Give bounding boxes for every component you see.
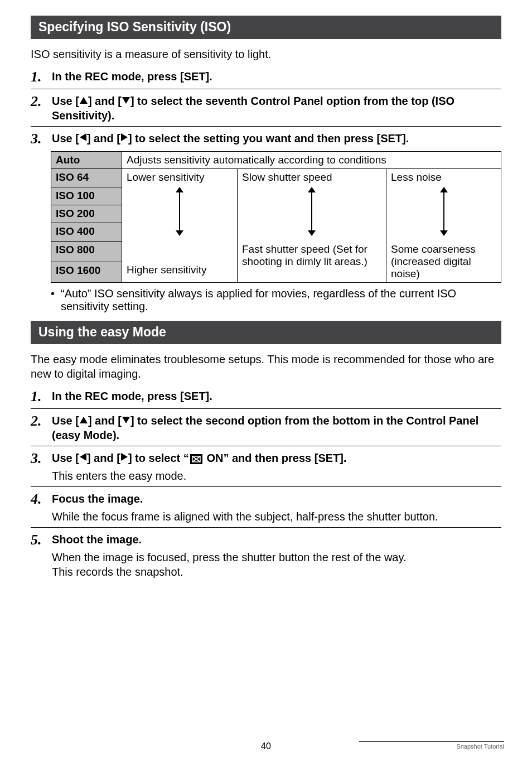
table-row: ISO 64 Lower sensitivity Slow shutter sp… (51, 169, 501, 187)
step-text: When the image is focused, press the shu… (52, 550, 501, 579)
shutter-top: Slow shutter speed (238, 169, 386, 242)
text: ] and [ (88, 95, 122, 107)
step-text: This enters the easy mode. (52, 469, 501, 483)
noise-bottom: Some coarseness (increased digital noise… (386, 241, 501, 283)
iso-label: ISO 400 (51, 223, 122, 241)
double-arrow-icon (438, 187, 449, 236)
section-title-iso: Specifying ISO Sensitivity (ISO) (31, 16, 501, 39)
step-title: In the REC mode, press [SET]. (52, 389, 501, 403)
iso-label: ISO 200 (51, 205, 122, 223)
text: Use [ (52, 414, 79, 427)
text: ] to select the setting you want and the… (128, 132, 409, 144)
text: Use [ (52, 452, 79, 464)
step-number: 3. (31, 451, 52, 483)
arrow-down-icon (122, 417, 130, 423)
step-number: 2. (31, 413, 52, 442)
text: Use [ (52, 95, 79, 107)
iso-label: ISO 800 (51, 241, 122, 262)
step-3-easy: 3. Use [] and [] to select “ ON” and the… (31, 446, 501, 483)
note-text: “Auto” ISO sensitivity always is applied… (61, 287, 501, 313)
easy-mode-icon (190, 454, 202, 464)
step-3-iso: 3. Use [] and [] to select the setting y… (31, 126, 501, 147)
arrow-right-icon (121, 133, 128, 141)
arrow-right-icon (121, 453, 128, 461)
arrow-left-icon (80, 133, 86, 141)
auto-description: Adjusts sensitivity automatically accord… (122, 152, 501, 169)
arrow-left-icon (80, 453, 86, 461)
footer-section-label: Snapshot Tutorial (359, 741, 504, 750)
step-2-iso: 2. Use [] and [] to select the seventh C… (31, 89, 501, 123)
text: Slow shutter speed (242, 171, 381, 184)
iso-label: Auto (51, 152, 122, 169)
text: ON” and then press [SET]. (204, 452, 347, 464)
bullet-icon: • (51, 287, 61, 313)
step-title: Use [] and [] to select the second optio… (52, 413, 501, 442)
page-footer: 40 Snapshot Tutorial (0, 741, 532, 751)
step-1-iso: 1. In the REC mode, press [SET]. (31, 69, 501, 85)
text: Less noise (391, 171, 496, 184)
step-title: Use [] and [] to select the seventh Cont… (52, 94, 501, 123)
step-number: 1. (31, 389, 52, 405)
sensitivity-bottom: Higher sensitivity (122, 262, 238, 282)
text: ] and [ (87, 132, 120, 144)
step-1-easy: 1. In the REC mode, press [SET]. (31, 389, 501, 405)
step-number: 4. (31, 491, 52, 524)
arrow-up-icon (80, 417, 88, 423)
double-arrow-icon (306, 187, 317, 236)
step-title: Use [] and [] to select “ ON” and then p… (52, 451, 501, 465)
double-arrow-icon (174, 187, 185, 236)
section-title-easy: Using the easy Mode (31, 321, 501, 344)
iso-label: ISO 100 (51, 187, 122, 205)
text: ] and [ (88, 414, 122, 427)
intro-text-easy: The easy mode eliminates troublesome set… (31, 352, 501, 381)
step-title: Use [] and [] to select the setting you … (52, 131, 501, 146)
table-row: ISO 800 Fast shutter speed (Set for shoo… (51, 241, 501, 262)
intro-text-iso: ISO sensitivity is a measure of sensitiv… (31, 47, 501, 61)
text: ] and [ (87, 452, 120, 464)
iso-label: ISO 1600 (51, 262, 122, 282)
iso-sensitivity-table: Auto Adjusts sensitivity automatically a… (51, 151, 501, 283)
step-number: 2. (31, 94, 52, 123)
arrow-up-icon (80, 97, 88, 104)
text: Use [ (52, 132, 79, 144)
step-2-easy: 2. Use [] and [] to select the second op… (31, 408, 501, 442)
step-title: Shoot the image. (52, 532, 501, 547)
step-title: Focus the image. (52, 491, 501, 506)
arrow-down-icon (122, 97, 130, 104)
step-number: 1. (31, 69, 52, 85)
text: ] to select “ (128, 452, 189, 464)
iso-label: ISO 64 (51, 169, 122, 187)
iso-note: • “Auto” ISO sensitivity always is appli… (51, 287, 501, 313)
text: Lower sensitivity (127, 171, 233, 184)
step-text: While the focus frame is aligned with th… (52, 509, 501, 524)
sensitivity-top: Lower sensitivity (122, 169, 238, 262)
step-5-easy: 5. Shoot the image. When the image is fo… (31, 527, 501, 579)
step-number: 5. (31, 532, 52, 579)
step-title: In the REC mode, press [SET]. (52, 69, 501, 84)
table-row: Auto Adjusts sensitivity automatically a… (51, 152, 501, 169)
shutter-bottom: Fast shutter speed (Set for shooting in … (238, 241, 386, 283)
noise-top: Less noise (386, 169, 501, 242)
step-4-easy: 4. Focus the image. While the focus fram… (31, 486, 501, 524)
step-number: 3. (31, 131, 52, 147)
page: Specifying ISO Sensitivity (ISO) ISO sen… (0, 0, 532, 757)
